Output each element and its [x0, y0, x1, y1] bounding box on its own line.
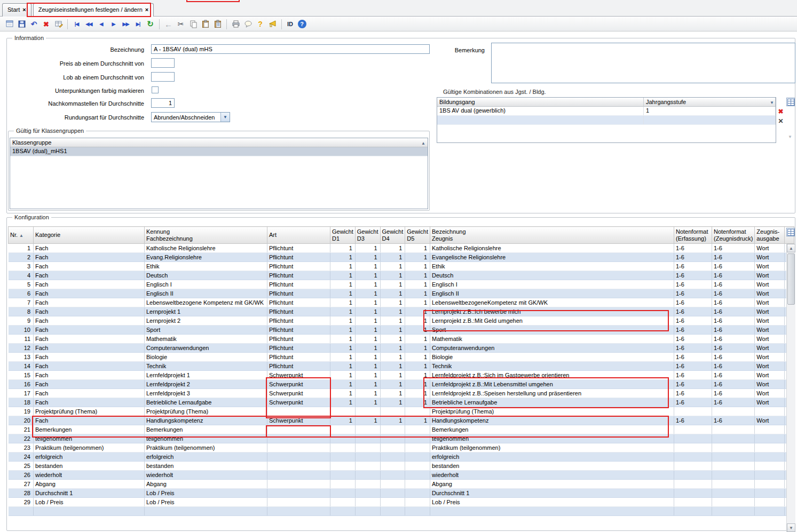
- cell-nfe[interactable]: 1-6: [674, 380, 712, 389]
- sort-asc-icon[interactable]: ▲: [19, 233, 23, 238]
- cell-nr[interactable]: 15: [9, 371, 34, 380]
- cell-nr[interactable]: 11: [9, 335, 34, 344]
- cell-d4[interactable]: 1: [380, 353, 405, 362]
- cell-bez[interactable]: Lernfeldprojekt z.B.:Sich im Gastgewerbe…: [430, 371, 674, 380]
- cell-nfd[interactable]: [712, 507, 755, 516]
- cell-d5[interactable]: [405, 498, 430, 507]
- cell-nr[interactable]: 19: [9, 407, 34, 416]
- cell-nr[interactable]: 24: [9, 452, 34, 462]
- cell-kategorie[interactable]: Fach: [34, 389, 145, 398]
- undo-icon[interactable]: ↶: [28, 19, 40, 30]
- column-klassengruppe[interactable]: Klassengruppe▲: [10, 138, 428, 147]
- cell-ausgabe[interactable]: Wort: [755, 371, 785, 380]
- konfig-row[interactable]: 25bestandenbestandenbestanden✖: [9, 462, 794, 471]
- cell-d3[interactable]: [355, 425, 380, 434]
- cell-nfe[interactable]: 1-6: [674, 371, 712, 380]
- cell-d3[interactable]: [355, 462, 380, 471]
- cell-bildungsgang[interactable]: [437, 116, 644, 124]
- cell-nfe[interactable]: [674, 462, 712, 471]
- cell-d5[interactable]: 1: [405, 289, 430, 298]
- nav-last-icon[interactable]: ▶|: [132, 19, 144, 30]
- id-button[interactable]: ID: [285, 19, 295, 30]
- konfig-row[interactable]: 2FachEvang.ReligionslehrePflichtunt1111E…: [9, 253, 794, 262]
- konfig-row[interactable]: 28Durchschnitt 1Lob / PreisDurchschnitt …: [9, 489, 794, 498]
- cell-kategorie[interactable]: Fach: [34, 271, 145, 280]
- konfig-row[interactable]: 15FachLernfeldprojekt 1Schwerpunkt1111Le…: [9, 371, 794, 380]
- cell-nfd[interactable]: 1-6: [712, 325, 755, 335]
- cell-kategorie[interactable]: Fach: [34, 280, 145, 289]
- nav-first-icon[interactable]: |◀: [71, 19, 82, 30]
- cell-d4[interactable]: [380, 443, 405, 452]
- cell-bez[interactable]: bestanden: [430, 462, 674, 471]
- cell-kennung[interactable]: bestanden: [145, 462, 267, 471]
- cell-art[interactable]: [267, 480, 330, 489]
- cell-nr[interactable]: 23: [9, 443, 34, 452]
- cell-art[interactable]: Pflichtunt: [267, 253, 330, 262]
- lob-input[interactable]: [151, 72, 175, 82]
- cell-d3[interactable]: 1: [355, 316, 380, 325]
- cell-nr[interactable]: 17: [9, 389, 34, 398]
- cell-ausgabe[interactable]: Wort: [755, 362, 785, 371]
- cell-nfe[interactable]: 1-6: [674, 244, 712, 253]
- cell-d3[interactable]: 1: [355, 362, 380, 371]
- cell-nr[interactable]: 2: [9, 253, 34, 262]
- konfig-row[interactable]: 11FachMathematikPflichtunt1111Mathematik…: [9, 335, 794, 344]
- cell-nfe[interactable]: [674, 434, 712, 443]
- cell-d5[interactable]: 1: [405, 298, 430, 307]
- cell-d3[interactable]: [355, 452, 380, 462]
- cell-nr[interactable]: 21: [9, 425, 34, 434]
- cell-bez[interactable]: Sport: [430, 325, 674, 335]
- cell-d4[interactable]: [380, 425, 405, 434]
- cell-kategorie[interactable]: Fach: [34, 298, 145, 307]
- cell-nr[interactable]: 29: [9, 498, 34, 507]
- cell-nr[interactable]: 27: [9, 480, 34, 489]
- nav-fast-back-icon[interactable]: ◀◀: [83, 19, 94, 30]
- cell-d4[interactable]: 1: [380, 398, 405, 407]
- back-arrow-icon[interactable]: ←: [163, 19, 174, 30]
- cell-d1[interactable]: 1: [330, 335, 356, 344]
- cell-art[interactable]: Pflichtunt: [267, 307, 330, 316]
- cell-kategorie[interactable]: Bemerkungen: [34, 425, 145, 434]
- cell-d3[interactable]: 1: [355, 353, 380, 362]
- cell-art[interactable]: Pflichtunt: [267, 325, 330, 335]
- cell-d4[interactable]: [380, 471, 405, 480]
- cell-d4[interactable]: 1: [380, 289, 405, 298]
- cell-d5[interactable]: 1: [405, 325, 430, 335]
- cell-nfd[interactable]: [712, 489, 755, 498]
- cell-kategorie[interactable]: Projektprüfung (Thema): [34, 407, 145, 416]
- cell-d1[interactable]: [330, 452, 356, 462]
- cell-nfd[interactable]: 1-6: [712, 371, 755, 380]
- column-art[interactable]: Art: [267, 227, 330, 244]
- konfig-row[interactable]: 6FachEnglisch IIPflichtunt1111Englisch I…: [9, 289, 794, 298]
- cell-ausgabe[interactable]: Wort: [755, 335, 785, 344]
- cell-nr[interactable]: 7: [9, 298, 34, 307]
- cell-nfd[interactable]: [712, 471, 755, 480]
- nav-forward-icon[interactable]: ▶: [108, 19, 119, 30]
- column-gewicht-d1[interactable]: GewichtD1: [330, 227, 356, 244]
- cell-nfd[interactable]: 1-6: [712, 262, 755, 271]
- konfig-row[interactable]: 23Praktikum (teilgenommen)Praktikum (tei…: [9, 443, 794, 452]
- cell-d5[interactable]: 1: [405, 371, 430, 380]
- grid-selector-icon[interactable]: [786, 98, 795, 106]
- cell-nfd[interactable]: 1-6: [712, 362, 755, 371]
- cell-nfe[interactable]: 1-6: [674, 335, 712, 344]
- cell-kennung[interactable]: Sport: [145, 325, 267, 335]
- cell-ausgabe[interactable]: Wort: [755, 316, 785, 325]
- cell-kategorie[interactable]: Fach: [34, 398, 145, 407]
- cell-nfe[interactable]: [674, 489, 712, 498]
- cell-d5[interactable]: 1: [405, 398, 430, 407]
- cell-d3[interactable]: [355, 489, 380, 498]
- cell-nfd[interactable]: 1-6: [712, 289, 755, 298]
- cell-bez[interactable]: Mathematik: [430, 335, 674, 344]
- cell-d4[interactable]: 1: [380, 325, 405, 335]
- cell-nfe[interactable]: 1-6: [674, 344, 712, 353]
- cell-nfe[interactable]: 1-6: [674, 289, 712, 298]
- cell-art[interactable]: Schwerpunkt: [267, 398, 330, 407]
- cell-kategorie[interactable]: Fach: [34, 307, 145, 316]
- column-jahrgangsstufe[interactable]: Jahrgangsstufe▼: [644, 98, 776, 106]
- cell-ausgabe[interactable]: Wort: [755, 325, 785, 335]
- cell-kategorie[interactable]: teilgenommen: [34, 434, 145, 443]
- cell-ausgabe[interactable]: [755, 471, 785, 480]
- cell-kategorie[interactable]: [34, 507, 145, 516]
- cell-d4[interactable]: [380, 407, 405, 416]
